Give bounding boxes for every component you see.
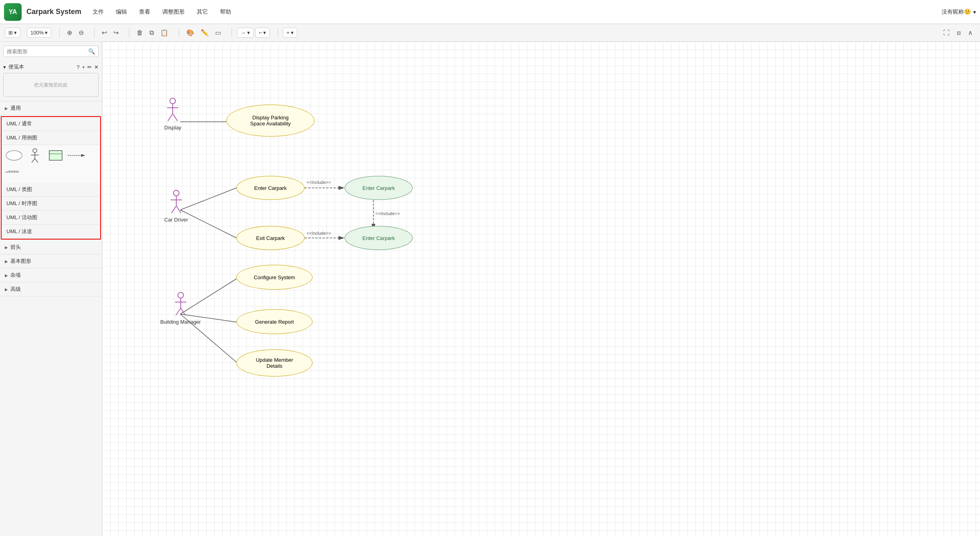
separator-4	[179, 28, 179, 38]
scratch-actions: ? + ✏ ✕	[77, 64, 99, 70]
uc-enter-carpark-green-bottom[interactable]: Enter Carpark	[345, 226, 413, 250]
undo-button[interactable]: ↩	[99, 27, 109, 38]
sidebar-item-uml-swimlane[interactable]: UML / 泳道	[2, 225, 100, 239]
page-layout-button[interactable]: ⊞ ▾	[5, 28, 20, 38]
canvas-area[interactable]: <<Include>> <<Include>> <<Include>>	[102, 42, 980, 536]
misc-label: 杂项	[10, 272, 21, 279]
actor-car-driver-label: Car Driver	[164, 217, 188, 223]
scratch-edit-icon[interactable]: ✏	[87, 64, 92, 70]
page-layout-group: ⊞ ▾	[5, 28, 20, 38]
actor-building-manager[interactable]: Building Manager	[160, 292, 201, 325]
split-view-button[interactable]: ⧈	[954, 27, 963, 38]
shape-button[interactable]: ▭	[213, 27, 224, 38]
line-color-button[interactable]: ✏️	[198, 27, 211, 38]
uml-section: UML / 通常 UML / 用例图	[1, 116, 101, 240]
uc-enter-carpark-green-top[interactable]: Enter Carpark	[345, 176, 413, 200]
advanced-caret-icon: ▶	[5, 287, 8, 292]
search-input[interactable]	[7, 48, 88, 54]
scratch-collapse-icon[interactable]: ▾	[3, 64, 6, 70]
basic-shapes-caret-icon: ▶	[5, 259, 8, 264]
fullscreen-button[interactable]: ⛶	[941, 27, 952, 38]
fill-color-button[interactable]: 🎨	[184, 27, 197, 38]
redo-button[interactable]: ↪	[111, 27, 121, 38]
uml-shape-actor[interactable]	[26, 148, 44, 163]
actor-car-driver[interactable]: Car Driver	[164, 190, 188, 223]
uc-display-parking[interactable]: Display Parking Space Availability	[226, 105, 315, 137]
scratch-add-icon[interactable]: +	[82, 64, 85, 70]
actor-display[interactable]: Display	[164, 98, 181, 131]
sidebar-item-uml-sequence[interactable]: UML / 时序图	[2, 197, 100, 211]
actor-building-manager-label: Building Manager	[160, 319, 201, 325]
sidebar-item-uml-general[interactable]: UML / 通常	[2, 117, 100, 131]
sidebar-item-uml-class[interactable]: UML / 类图	[2, 183, 100, 197]
uml-shape-direction[interactable]: «direction»	[5, 165, 23, 179]
uc-enter-carpark-yellow-label: Enter Carpark	[254, 185, 287, 191]
scratch-close-icon[interactable]: ✕	[94, 64, 99, 70]
scratch-help-icon[interactable]: ?	[77, 64, 79, 70]
zoom-out-button[interactable]: ⊖	[76, 27, 86, 38]
zoom-in-button[interactable]: ⊕	[65, 27, 75, 38]
sidebar-item-uml-activity[interactable]: UML / 活动图	[2, 211, 100, 225]
delete-button[interactable]: 🗑	[134, 28, 145, 38]
search-icon: 🔍	[88, 48, 95, 54]
uc-generate-report[interactable]: Generate Report	[236, 309, 313, 334]
svg-line-13	[180, 188, 236, 210]
menu-help[interactable]: 帮助	[218, 7, 234, 17]
waypoint-button[interactable]: ⌐ ▾	[255, 28, 270, 38]
actor-display-figure	[165, 98, 181, 124]
uc-configure-system[interactable]: Configure System	[236, 265, 313, 290]
svg-text:<<Include>>: <<Include>>	[375, 211, 400, 216]
sidebar-item-misc[interactable]: ▶ 杂项	[0, 268, 102, 282]
scratch-header: ▾ 便笺本 ? + ✏ ✕	[3, 63, 99, 71]
uc-exit-carpark[interactable]: Exit Carpark	[236, 226, 304, 250]
menu-file[interactable]: 文件	[90, 7, 106, 17]
uc-update-member-label: Update Member Details	[256, 357, 293, 369]
svg-text:<<Include>>: <<Include>>	[307, 180, 331, 185]
connect-button[interactable]: → ▾	[237, 28, 254, 38]
svg-line-38	[176, 206, 181, 213]
arrows-label: 箭头	[10, 244, 21, 251]
menu-format[interactable]: 调整图形	[160, 7, 187, 17]
svg-text:«direction»: «direction»	[7, 169, 19, 172]
sidebar-item-basic-shapes[interactable]: ▶ 基本图形	[0, 254, 102, 268]
misc-caret-icon: ▶	[5, 273, 8, 278]
uml-activity-label: UML / 活动图	[6, 214, 37, 220]
actor-display-label: Display	[164, 125, 181, 131]
menu-view[interactable]: 查看	[137, 7, 153, 17]
menu-bar: 文件 编辑 查看 调整图形 其它 帮助	[90, 7, 234, 17]
separator-2	[94, 28, 95, 38]
svg-point-29	[170, 98, 175, 104]
uml-shape-dashed-line[interactable]	[67, 148, 86, 163]
sidebar-item-uml-usecase[interactable]: UML / 用例图	[2, 131, 100, 145]
svg-marker-19	[339, 236, 345, 240]
sidebar-item-arrows[interactable]: ▶ 箭头	[0, 240, 102, 254]
copy-button[interactable]: ⧉	[147, 28, 156, 38]
svg-line-14	[180, 210, 236, 238]
collapse-button[interactable]: ∧	[966, 27, 975, 38]
separator-3	[129, 28, 129, 38]
app-title: Carpark System	[26, 8, 81, 16]
uml-shape-rect[interactable]	[46, 148, 65, 163]
zoom-controls: ⊕ ⊖	[65, 27, 86, 38]
user-dropdown-icon[interactable]: ▾	[973, 9, 976, 15]
add-button[interactable]: + ▾	[283, 28, 297, 38]
uc-enter-carpark-yellow[interactable]: Enter Carpark	[236, 176, 304, 200]
search-box[interactable]: 🔍	[3, 46, 99, 57]
menu-other[interactable]: 其它	[194, 7, 210, 17]
uml-shape-oval[interactable]	[5, 148, 23, 163]
actor-building-manager-figure	[173, 292, 189, 318]
svg-marker-9	[81, 154, 85, 157]
paste-button[interactable]: 📋	[158, 27, 171, 38]
menu-edit[interactable]: 编辑	[113, 7, 129, 17]
sidebar-item-advanced[interactable]: ▶ 高级	[0, 282, 102, 296]
svg-line-42	[176, 308, 181, 315]
toolbar: ⊞ ▾ 100% ▾ ⊕ ⊖ ↩ ↪ 🗑 ⧉ 📋 🎨 ✏️ ▭ → ▾ ⌐ ▾ …	[0, 24, 980, 42]
zoom-level-button[interactable]: 100% ▾	[27, 28, 51, 38]
uc-configure-system-label: Configure System	[254, 274, 295, 280]
sidebar-item-general[interactable]: ▶ 通用	[0, 101, 102, 115]
uc-display-parking-label: Display Parking Space Availability	[250, 115, 291, 127]
uc-update-member[interactable]: Update Member Details	[236, 349, 313, 377]
add-controls: + ▾	[283, 28, 297, 38]
uml-usecase-label: UML / 用例图	[6, 135, 37, 141]
uml-general-label: UML / 通常	[6, 121, 32, 127]
